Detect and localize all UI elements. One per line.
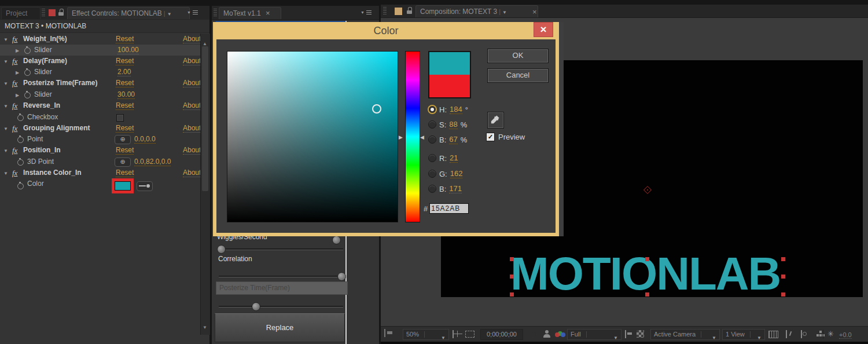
reset-link[interactable]: Reset bbox=[116, 101, 134, 110]
preview-checkbox[interactable] bbox=[486, 133, 495, 141]
about-link[interactable]: About bbox=[183, 169, 200, 177]
selection-handle[interactable] bbox=[781, 292, 785, 297]
expand-triangle-icon[interactable] bbox=[16, 89, 19, 101]
point-target-icon[interactable] bbox=[115, 158, 131, 167]
dialog-title[interactable]: Color bbox=[213, 22, 559, 39]
selection-handle[interactable] bbox=[645, 292, 649, 297]
hue-radio[interactable] bbox=[428, 105, 436, 114]
region-of-interest-icon[interactable] bbox=[465, 331, 475, 338]
selection-handle[interactable] bbox=[510, 292, 514, 297]
tab-project[interactable]: Project bbox=[1, 7, 41, 19]
close-icon[interactable] bbox=[266, 8, 270, 19]
fx-icon[interactable]: fx bbox=[12, 123, 17, 134]
about-link[interactable]: About bbox=[183, 79, 200, 87]
zoom-select[interactable]: 50% bbox=[403, 329, 449, 340]
fx-icon[interactable]: fx bbox=[12, 167, 17, 178]
camera-view-select[interactable]: Active Camera bbox=[650, 329, 720, 340]
stopwatch-icon[interactable] bbox=[24, 69, 31, 76]
reset-link[interactable]: Reset bbox=[116, 169, 134, 177]
stopwatch-icon[interactable] bbox=[17, 115, 24, 121]
tab-effect-controls[interactable]: Effect Controls: MOTIONLAB| bbox=[67, 7, 190, 19]
brightness-radio[interactable] bbox=[428, 136, 436, 144]
panel-group-color-icon[interactable] bbox=[395, 8, 402, 15]
panel-grip-icon[interactable] bbox=[214, 9, 217, 17]
timeline-icon[interactable] bbox=[768, 331, 778, 338]
shutter-icon[interactable]: ✳ bbox=[827, 330, 834, 338]
chevron-down-icon[interactable] bbox=[502, 6, 507, 17]
slider-track[interactable] bbox=[219, 248, 343, 250]
layer-anchor-point[interactable] bbox=[643, 186, 652, 194]
safe-margins-icon[interactable] bbox=[453, 330, 454, 338]
about-link[interactable]: About bbox=[183, 35, 200, 43]
property-value[interactable]: 0.0,0.0 bbox=[134, 135, 156, 144]
correlation-slider-track[interactable] bbox=[219, 276, 343, 277]
property-value[interactable]: 100.00 bbox=[117, 46, 139, 54]
point-target-icon[interactable] bbox=[115, 135, 131, 144]
close-button[interactable] bbox=[534, 22, 553, 37]
green-radio[interactable] bbox=[428, 170, 436, 178]
expand-triangle-icon[interactable] bbox=[16, 45, 19, 56]
reset-link[interactable]: Reset bbox=[116, 79, 134, 87]
resolution-select[interactable]: Full bbox=[567, 329, 621, 340]
stopwatch-icon[interactable] bbox=[17, 137, 24, 143]
collapse-triangle-icon[interactable] bbox=[3, 123, 8, 134]
fx-icon[interactable]: fx bbox=[12, 145, 17, 156]
about-link[interactable]: About bbox=[183, 57, 200, 65]
selection-handle[interactable] bbox=[510, 275, 514, 279]
stopwatch-icon[interactable] bbox=[24, 92, 31, 98]
replace-button[interactable]: Replace bbox=[215, 313, 345, 342]
saturation-brightness-field[interactable] bbox=[227, 51, 398, 222]
selection-handle[interactable] bbox=[645, 257, 649, 261]
posterize-slider-knob[interactable] bbox=[252, 302, 260, 311]
reset-link[interactable]: Reset bbox=[116, 57, 134, 65]
selection-handle[interactable] bbox=[510, 257, 514, 261]
red-value[interactable]: 21 bbox=[450, 153, 458, 163]
lock-icon[interactable] bbox=[58, 10, 64, 16]
exposure-value[interactable]: +0.0 bbox=[839, 331, 852, 339]
region-icon[interactable] bbox=[625, 330, 626, 338]
panel-grip-icon[interactable] bbox=[42, 9, 45, 17]
view-layout-select[interactable]: 1 View bbox=[722, 329, 765, 340]
close-icon[interactable] bbox=[532, 6, 537, 17]
stopwatch-icon[interactable] bbox=[24, 47, 31, 54]
tab-motext[interactable]: MoText v1.1 bbox=[219, 7, 281, 19]
blue-radio[interactable] bbox=[428, 185, 436, 193]
about-link[interactable]: About bbox=[183, 146, 200, 155]
collapse-triangle-icon[interactable] bbox=[3, 145, 8, 156]
hex-input[interactable] bbox=[429, 203, 469, 214]
scroll-down-icon[interactable] bbox=[203, 321, 207, 331]
fx-icon[interactable]: fx bbox=[12, 78, 17, 89]
about-link[interactable]: About bbox=[183, 101, 200, 110]
magnification-icon[interactable] bbox=[384, 329, 385, 337]
posterize-slider-track[interactable] bbox=[219, 306, 343, 307]
wiggles-slider-knob[interactable] bbox=[332, 236, 341, 244]
correlation-slider-knob[interactable] bbox=[337, 272, 346, 281]
stopwatch-icon[interactable] bbox=[17, 183, 24, 189]
checkbox[interactable] bbox=[116, 114, 124, 122]
property-value[interactable]: 0.0,82.0,0.0 bbox=[134, 158, 171, 166]
expand-triangle-icon[interactable] bbox=[16, 67, 19, 78]
lock-icon[interactable] bbox=[406, 9, 412, 14]
collapse-triangle-icon[interactable] bbox=[3, 56, 8, 67]
flowchart-icon[interactable] bbox=[786, 330, 787, 338]
reset-link[interactable]: Reset bbox=[116, 35, 134, 43]
fx-icon[interactable]: fx bbox=[12, 34, 17, 45]
selection-handle[interactable] bbox=[781, 275, 785, 279]
red-radio[interactable] bbox=[428, 154, 436, 162]
selection-handle[interactable] bbox=[781, 257, 785, 261]
hue-value[interactable]: 184 bbox=[450, 105, 462, 114]
hue-strip[interactable] bbox=[405, 51, 420, 222]
blue-value[interactable]: 171 bbox=[449, 184, 462, 193]
reset-link[interactable]: Reset bbox=[116, 124, 134, 133]
eyedropper-button[interactable] bbox=[487, 112, 504, 129]
property-value[interactable]: 30.00 bbox=[117, 90, 135, 99]
hue-arrow-right-icon[interactable] bbox=[420, 131, 424, 141]
fx-icon[interactable]: fx bbox=[12, 56, 17, 67]
panel-menu-icon[interactable] bbox=[187, 10, 198, 16]
about-link[interactable]: About bbox=[183, 124, 200, 133]
tab-composition[interactable]: Composition: MOTEXT 3| bbox=[415, 5, 538, 17]
collapse-triangle-icon[interactable] bbox=[3, 34, 8, 45]
chevron-down-icon[interactable] bbox=[167, 8, 172, 19]
saturation-value[interactable]: 88 bbox=[449, 120, 457, 129]
brightness-value[interactable]: 67 bbox=[449, 135, 457, 144]
